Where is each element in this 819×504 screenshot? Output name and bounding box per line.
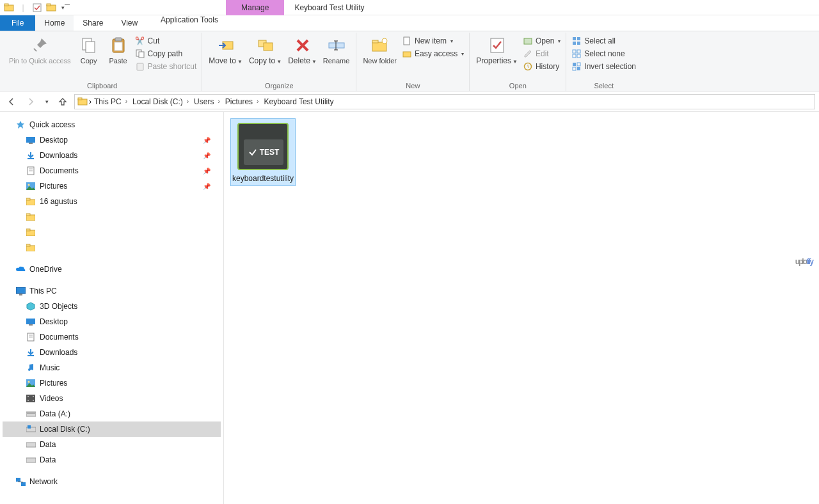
history-button[interactable]: History (521, 61, 562, 72)
nav-qa-documents[interactable]: Documents📌 (3, 163, 221, 178)
context-tab-manage[interactable]: Manage (226, 0, 284, 15)
svg-rect-38 (577, 63, 580, 66)
nav-pc-data-a[interactable]: Data (A:) (3, 406, 221, 421)
tab-share[interactable]: Share (74, 15, 112, 31)
nav-qa-desktop[interactable]: Desktop📌 (3, 132, 221, 148)
nav-this-pc[interactable]: This PC (3, 283, 221, 299)
qat-dropdown-icon[interactable]: ▾ (60, 3, 70, 13)
paste-icon (108, 35, 129, 56)
nav-pc-desktop[interactable]: Desktop (3, 314, 221, 329)
nav-pc-pictures[interactable]: Pictures (3, 375, 221, 391)
this-pc-icon (15, 286, 26, 296)
explorer-body: Quick access Desktop📌 Downloads📌 Documen… (0, 112, 819, 504)
svg-rect-44 (29, 143, 33, 144)
group-clipboard: Pin to Quick access Copy Paste ✂️ Cut (3, 33, 202, 91)
copy-path-icon (135, 49, 145, 59)
crumb-this-pc[interactable]: This PC› (93, 97, 130, 106)
svg-rect-62 (29, 324, 33, 326)
copy-path-button[interactable]: Copy path (134, 48, 198, 59)
pictures-icon (26, 181, 36, 191)
paste-label: Paste (109, 57, 127, 65)
3d-objects-icon (26, 301, 36, 311)
copy-to-button[interactable]: Copy to▼ (246, 34, 284, 67)
nav-qa-downloads[interactable]: Downloads📌 (3, 148, 221, 163)
nav-qa-folder-3[interactable] (3, 224, 221, 240)
copy-icon (79, 35, 99, 56)
content-pane[interactable]: TEST keyboardtestutility uplotify (224, 112, 819, 504)
folder-icon (77, 97, 88, 107)
paste-button[interactable]: Paste (104, 34, 132, 67)
group-new: New folder New item▾ Easy access▾ New (356, 33, 470, 91)
nav-qa-folder-2[interactable] (3, 209, 221, 224)
nav-onedrive[interactable]: OneDrive (3, 262, 221, 277)
svg-rect-7 (86, 42, 95, 52)
nav-pc-documents[interactable]: Documents (3, 329, 221, 345)
svg-rect-69 (26, 395, 35, 402)
copy-to-icon (255, 35, 276, 56)
new-item-icon (402, 36, 412, 46)
pin-to-quick-access-button[interactable]: Pin to Quick access (6, 34, 74, 67)
new-item-button[interactable]: New item▾ (401, 35, 465, 47)
folder-icon[interactable] (46, 3, 56, 13)
rename-button[interactable]: Rename (321, 34, 353, 67)
svg-rect-32 (577, 42, 580, 45)
svg-rect-31 (573, 42, 576, 45)
crumb-pictures[interactable]: Pictures› (224, 97, 262, 106)
nav-pc-data-2[interactable]: Data (3, 452, 221, 468)
crumb-local-disk[interactable]: Local Disk (C:)› (131, 97, 191, 106)
select-all-button[interactable]: Select all (570, 35, 637, 47)
cut-button[interactable]: ✂️ Cut (134, 35, 198, 47)
nav-pc-3d-objects[interactable]: 3D Objects (3, 299, 221, 314)
svg-rect-61 (26, 319, 35, 324)
edit-button[interactable]: Edit (521, 48, 562, 59)
group-label-clipboard: Clipboard (6, 81, 198, 91)
nav-pc-data-1[interactable]: Data (3, 437, 221, 452)
copy-button[interactable]: Copy (75, 34, 103, 67)
crumb-users[interactable]: Users› (193, 97, 223, 106)
tab-file[interactable]: File (0, 15, 35, 31)
nav-pc-downloads[interactable]: Downloads (3, 345, 221, 360)
delete-button[interactable]: Delete▼ (285, 34, 319, 67)
paste-shortcut-button[interactable]: Paste shortcut (134, 61, 198, 72)
select-none-button[interactable]: Select none (570, 48, 637, 59)
tab-view[interactable]: View (112, 15, 147, 31)
file-thumbnail: TEST (237, 123, 289, 170)
back-button[interactable] (4, 94, 19, 109)
nav-pc-music[interactable]: Music (3, 360, 221, 375)
svg-point-68 (28, 381, 30, 383)
nav-qa-folder-1[interactable]: 16 agustus (3, 194, 221, 209)
open-button[interactable]: Open▾ (521, 35, 562, 47)
pin-icon: 📌 (203, 168, 211, 175)
chevron-icon[interactable]: › (89, 97, 91, 106)
tab-home[interactable]: Home (35, 15, 74, 31)
move-to-button[interactable]: Move to▼ (206, 34, 245, 67)
breadcrumb[interactable]: › This PC› Local Disk (C:)› Users› Pictu… (74, 94, 815, 109)
nav-pc-local-disk-c[interactable]: Local Disk (C:) (3, 421, 221, 437)
pin-icon: 📌 (203, 183, 211, 190)
nav-qa-folder-4[interactable] (3, 240, 221, 255)
nav-qa-pictures[interactable]: Pictures📌 (3, 178, 221, 194)
group-label-new: New (360, 81, 465, 91)
new-folder-button[interactable]: New folder (360, 34, 399, 67)
nav-network[interactable]: Network (3, 474, 221, 489)
properties-icon[interactable] (32, 3, 42, 13)
svg-rect-5 (33, 48, 37, 52)
history-icon (523, 61, 533, 72)
drive-icon (26, 455, 36, 465)
nav-quick-access[interactable]: Quick access (3, 117, 221, 132)
easy-access-button[interactable]: Easy access▾ (401, 48, 465, 59)
svg-rect-43 (26, 137, 35, 143)
svg-rect-80 (16, 478, 20, 482)
properties-button[interactable]: Properties▼ (473, 34, 520, 67)
tab-application-tools[interactable]: Application Tools (152, 15, 227, 24)
recent-locations-button[interactable]: ▾ (42, 94, 51, 109)
nav-pc-videos[interactable]: Videos (3, 391, 221, 406)
navigation-pane[interactable]: Quick access Desktop📌 Downloads📌 Documen… (0, 112, 224, 504)
file-item-selected[interactable]: TEST keyboardtestutility (230, 118, 296, 186)
svg-rect-52 (26, 198, 30, 200)
up-button[interactable] (55, 94, 70, 109)
forward-button[interactable] (23, 94, 38, 109)
svg-rect-75 (27, 413, 35, 414)
invert-selection-button[interactable]: Invert selection (570, 61, 637, 72)
crumb-current[interactable]: Keyboard Test Utility (262, 97, 335, 106)
